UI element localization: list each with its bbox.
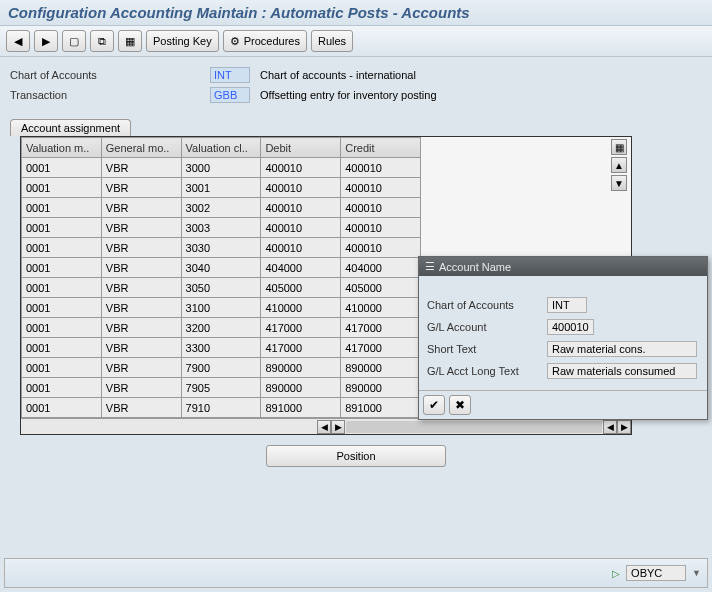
cell[interactable]: 405000 [341, 278, 421, 298]
cell[interactable]: 400010 [261, 178, 341, 198]
cell[interactable]: 400010 [341, 218, 421, 238]
cell[interactable]: VBR [101, 298, 181, 318]
nav-right-icon[interactable]: ▷ [612, 568, 620, 579]
cell[interactable]: 417000 [261, 338, 341, 358]
cell[interactable]: 404000 [261, 258, 341, 278]
cell[interactable]: 3200 [181, 318, 261, 338]
cell[interactable]: 3001 [181, 178, 261, 198]
cell[interactable]: 7910 [181, 398, 261, 418]
cell[interactable]: 0001 [22, 338, 102, 358]
table-row[interactable]: 0001VBR3300417000417000 [22, 338, 421, 358]
table-row[interactable]: 0001VBR3050405000405000 [22, 278, 421, 298]
cell[interactable]: 0001 [22, 298, 102, 318]
cell[interactable]: 0001 [22, 358, 102, 378]
cell[interactable]: 404000 [341, 258, 421, 278]
cell[interactable]: 3300 [181, 338, 261, 358]
cell[interactable]: 400010 [341, 178, 421, 198]
cell[interactable]: VBR [101, 358, 181, 378]
left-end-icon[interactable]: ◀ [317, 420, 331, 434]
cell[interactable]: VBR [101, 398, 181, 418]
popup-title-bar[interactable]: ☰ Account Name [419, 257, 707, 276]
col-debit[interactable]: Debit [261, 138, 341, 158]
posting-key-button[interactable]: Posting Key [146, 30, 219, 52]
col-valuation-mod[interactable]: Valuation m.. [22, 138, 102, 158]
cell[interactable]: 0001 [22, 198, 102, 218]
cell[interactable]: VBR [101, 278, 181, 298]
table-row[interactable]: 0001VBR3040404000404000 [22, 258, 421, 278]
data-grid[interactable]: Valuation m.. General mo.. Valuation cl.… [21, 137, 421, 418]
scroll-down-icon[interactable]: ▼ [611, 175, 627, 191]
scroll-left-icon[interactable]: ◀ [603, 420, 617, 434]
cell[interactable]: 410000 [261, 298, 341, 318]
position-button[interactable]: Position [266, 445, 446, 467]
tab-account-assignment[interactable]: Account assignment [10, 119, 131, 136]
cell[interactable]: 417000 [341, 318, 421, 338]
coa-value[interactable]: INT [210, 67, 250, 83]
table-row[interactable]: 0001VBR7905890000890000 [22, 378, 421, 398]
cell[interactable]: VBR [101, 378, 181, 398]
right-end-icon[interactable]: ▶ [331, 420, 345, 434]
cell[interactable]: 3040 [181, 258, 261, 278]
cell[interactable]: 410000 [341, 298, 421, 318]
cell[interactable]: 417000 [341, 338, 421, 358]
cell[interactable]: 891000 [341, 398, 421, 418]
back-icon[interactable]: ◀ [6, 30, 30, 52]
cell[interactable]: 400010 [261, 158, 341, 178]
cell[interactable]: VBR [101, 218, 181, 238]
settings-icon[interactable]: ▦ [611, 139, 627, 155]
cell[interactable]: VBR [101, 258, 181, 278]
cell[interactable]: 0001 [22, 258, 102, 278]
cell[interactable]: 3030 [181, 238, 261, 258]
col-valuation-class[interactable]: Valuation cl.. [181, 138, 261, 158]
cell[interactable]: 3100 [181, 298, 261, 318]
tx-value[interactable]: GBB [210, 87, 250, 103]
cell[interactable]: 405000 [261, 278, 341, 298]
cell[interactable]: 890000 [261, 378, 341, 398]
cell[interactable]: 3050 [181, 278, 261, 298]
table-row[interactable]: 0001VBR3030400010400010 [22, 238, 421, 258]
procedures-button[interactable]: ⚙ Procedures [223, 30, 307, 52]
cell[interactable]: 3003 [181, 218, 261, 238]
copy-icon[interactable]: ⧉ [90, 30, 114, 52]
dropdown-icon[interactable]: ▼ [692, 568, 701, 578]
cell[interactable]: 7905 [181, 378, 261, 398]
cell[interactable]: VBR [101, 238, 181, 258]
cell[interactable]: VBR [101, 178, 181, 198]
confirm-button[interactable]: ✔ [423, 395, 445, 415]
cell[interactable]: 0001 [22, 318, 102, 338]
scroll-right-icon[interactable]: ▶ [617, 420, 631, 434]
cell[interactable]: VBR [101, 318, 181, 338]
table-row[interactable]: 0001VBR7900890000890000 [22, 358, 421, 378]
scroll-up-icon[interactable]: ▲ [611, 157, 627, 173]
cell[interactable]: 400010 [261, 218, 341, 238]
cell[interactable]: 891000 [261, 398, 341, 418]
table-row[interactable]: 0001VBR3100410000410000 [22, 298, 421, 318]
cell[interactable]: 0001 [22, 398, 102, 418]
cell[interactable]: 890000 [341, 358, 421, 378]
cell[interactable]: 400010 [261, 198, 341, 218]
cell[interactable]: 7900 [181, 358, 261, 378]
new-icon[interactable]: ▢ [62, 30, 86, 52]
cell[interactable]: 0001 [22, 218, 102, 238]
cell[interactable]: 3002 [181, 198, 261, 218]
table-row[interactable]: 0001VBR3200417000417000 [22, 318, 421, 338]
tcode-field[interactable]: OBYC [626, 565, 686, 581]
cell[interactable]: 400010 [341, 198, 421, 218]
cell[interactable]: 3000 [181, 158, 261, 178]
table-row[interactable]: 0001VBR3001400010400010 [22, 178, 421, 198]
h-scrollbar[interactable]: ◀ ▶ ◀ ▶ [21, 418, 631, 434]
cell[interactable]: VBR [101, 158, 181, 178]
rules-button[interactable]: Rules [311, 30, 353, 52]
cell[interactable]: 0001 [22, 238, 102, 258]
cell[interactable]: 0001 [22, 158, 102, 178]
cell[interactable]: 400010 [261, 238, 341, 258]
forward-icon[interactable]: ▶ [34, 30, 58, 52]
cell[interactable]: 890000 [341, 378, 421, 398]
table-row[interactable]: 0001VBR3000400010400010 [22, 158, 421, 178]
cell[interactable]: 0001 [22, 378, 102, 398]
paste-icon[interactable]: ▦ [118, 30, 142, 52]
table-row[interactable]: 0001VBR7910891000891000 [22, 398, 421, 418]
cell[interactable]: VBR [101, 338, 181, 358]
cell[interactable]: 400010 [341, 238, 421, 258]
cancel-button[interactable]: ✖ [449, 395, 471, 415]
